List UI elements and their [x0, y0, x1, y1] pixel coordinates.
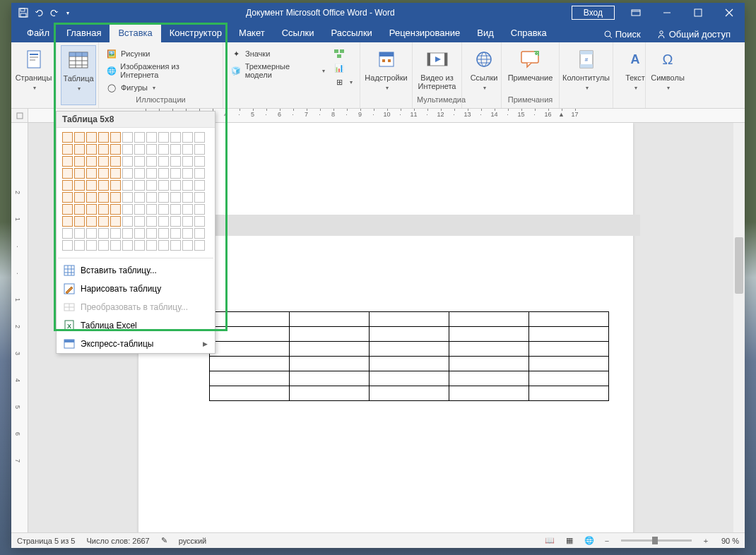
grid-cell[interactable]: [182, 132, 193, 143]
grid-cell[interactable]: [86, 204, 97, 215]
grid-cell[interactable]: [170, 204, 181, 215]
grid-cell[interactable]: [110, 144, 121, 155]
symbols-button[interactable]: Ω Символы ▾: [650, 45, 685, 105]
tab-view[interactable]: Вид: [468, 24, 502, 42]
minimize-icon[interactable]: [651, 3, 683, 23]
grid-cell[interactable]: [86, 228, 97, 239]
view-print-icon[interactable]: ▦: [562, 535, 577, 547]
grid-cell[interactable]: [98, 180, 109, 191]
grid-cell[interactable]: [194, 168, 205, 179]
grid-cell[interactable]: [62, 204, 73, 215]
zoom-in-button[interactable]: +: [700, 537, 711, 545]
grid-cell[interactable]: [158, 228, 169, 239]
view-read-icon[interactable]: 📖: [542, 535, 557, 547]
grid-cell[interactable]: [158, 156, 169, 167]
grid-cell[interactable]: [74, 240, 85, 251]
maximize-icon[interactable]: [683, 3, 714, 23]
grid-cell[interactable]: [158, 204, 169, 215]
grid-cell[interactable]: [98, 228, 109, 239]
grid-cell[interactable]: [122, 204, 133, 215]
grid-cell[interactable]: [182, 204, 193, 215]
grid-cell[interactable]: [182, 168, 193, 179]
zoom-value[interactable]: 90 %: [721, 537, 739, 545]
grid-cell[interactable]: [134, 204, 145, 215]
save-icon[interactable]: [18, 8, 28, 18]
search-button[interactable]: Поиск: [598, 26, 646, 42]
tab-design[interactable]: Конструктор: [161, 24, 230, 42]
redo-icon[interactable]: [49, 8, 59, 18]
grid-cell[interactable]: [122, 168, 133, 179]
grid-cell[interactable]: [98, 156, 109, 167]
grid-cell[interactable]: [86, 168, 97, 179]
grid-cell[interactable]: [170, 228, 181, 239]
grid-cell[interactable]: [194, 132, 205, 143]
status-words[interactable]: Число слов: 2667: [86, 537, 149, 545]
grid-cell[interactable]: [122, 144, 133, 155]
grid-cell[interactable]: [170, 144, 181, 155]
grid-cell[interactable]: [62, 216, 73, 227]
links-button[interactable]: Ссылки ▾: [466, 45, 502, 105]
grid-cell[interactable]: [146, 204, 157, 215]
grid-cell[interactable]: [158, 192, 169, 203]
grid-cell[interactable]: [98, 240, 109, 251]
grid-cell[interactable]: [110, 192, 121, 203]
grid-cell[interactable]: [194, 180, 205, 191]
inserted-table[interactable]: [209, 311, 609, 401]
table-button[interactable]: Таблица ▾: [61, 45, 96, 105]
tab-layout[interactable]: Макет: [230, 24, 273, 42]
headers-button[interactable]: # Колонтитулы ▾: [564, 45, 608, 105]
grid-cell[interactable]: [158, 240, 169, 251]
grid-cell[interactable]: [62, 180, 73, 191]
grid-cell[interactable]: [86, 144, 97, 155]
3dmodels-button[interactable]: 🧊Трехмерные модели▾: [228, 61, 328, 80]
menu-draw-table[interactable]: Нарисовать таблицу: [57, 280, 215, 298]
grid-cell[interactable]: [194, 192, 205, 203]
grid-cell[interactable]: [134, 132, 145, 143]
grid-cell[interactable]: [182, 156, 193, 167]
vertical-ruler[interactable]: 21··1234567: [11, 123, 28, 532]
grid-cell[interactable]: [146, 192, 157, 203]
grid-cell[interactable]: [74, 144, 85, 155]
grid-cell[interactable]: [146, 240, 157, 251]
online-video-button[interactable]: Видео из Интернета: [417, 45, 457, 95]
grid-cell[interactable]: [146, 156, 157, 167]
grid-cell[interactable]: [134, 192, 145, 203]
ribbon-display-icon[interactable]: [620, 3, 651, 23]
grid-cell[interactable]: [110, 216, 121, 227]
grid-cell[interactable]: [146, 180, 157, 191]
zoom-slider-thumb[interactable]: [652, 537, 658, 544]
grid-cell[interactable]: [134, 144, 145, 155]
tab-home[interactable]: Главная: [58, 24, 110, 42]
grid-cell[interactable]: [122, 240, 133, 251]
grid-cell[interactable]: [86, 156, 97, 167]
grid-cell[interactable]: [86, 192, 97, 203]
grid-cell[interactable]: [110, 132, 121, 143]
icons-button[interactable]: ✦Значки: [228, 47, 328, 61]
shapes-button[interactable]: ◯Фигуры▾: [103, 80, 218, 95]
tab-review[interactable]: Рецензирование: [381, 24, 468, 42]
tab-file[interactable]: Файл: [18, 24, 58, 42]
smartart-button[interactable]: [331, 47, 355, 61]
grid-cell[interactable]: [134, 228, 145, 239]
grid-cell[interactable]: [170, 156, 181, 167]
menu-quick-tables[interactable]: Экспресс-таблицы ▶: [57, 335, 215, 353]
zoom-out-button[interactable]: −: [601, 537, 613, 545]
grid-cell[interactable]: [146, 144, 157, 155]
pictures-button[interactable]: 🖼️Рисунки: [103, 47, 218, 61]
grid-cell[interactable]: [110, 228, 121, 239]
grid-cell[interactable]: [182, 192, 193, 203]
grid-cell[interactable]: [170, 180, 181, 191]
grid-cell[interactable]: [122, 216, 133, 227]
grid-cell[interactable]: [86, 240, 97, 251]
grid-cell[interactable]: [194, 144, 205, 155]
grid-cell[interactable]: [194, 228, 205, 239]
grid-cell[interactable]: [122, 228, 133, 239]
screenshot-button[interactable]: ⊞▾: [331, 75, 355, 89]
comment-button[interactable]: Примечание: [506, 45, 555, 95]
grid-cell[interactable]: [134, 216, 145, 227]
status-proofing-icon[interactable]: ✎: [161, 536, 167, 545]
grid-cell[interactable]: [170, 240, 181, 251]
grid-cell[interactable]: [134, 240, 145, 251]
grid-cell[interactable]: [182, 216, 193, 227]
grid-cell[interactable]: [110, 240, 121, 251]
